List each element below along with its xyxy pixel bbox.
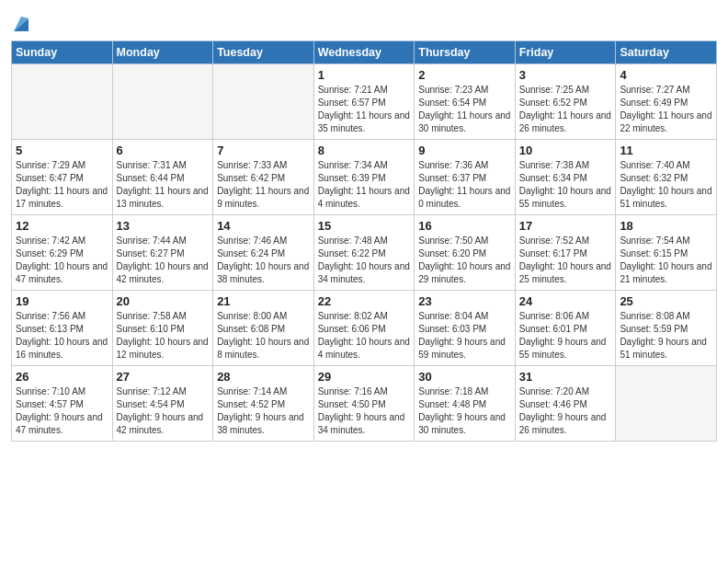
day-info: Sunrise: 7:12 AMSunset: 4:54 PMDaylight:… [117, 385, 210, 437]
day-info: Sunrise: 7:16 AMSunset: 4:50 PMDaylight:… [318, 385, 411, 437]
day-info: Sunrise: 7:20 AMSunset: 4:46 PMDaylight:… [519, 385, 612, 437]
day-number: 6 [117, 144, 210, 157]
day-info: Sunrise: 7:27 AMSunset: 6:49 PMDaylight:… [620, 84, 712, 135]
day-number: 17 [519, 219, 612, 233]
calendar-cell: 30Sunrise: 7:18 AMSunset: 4:48 PMDayligh… [415, 366, 516, 442]
calendar-cell: 2Sunrise: 7:23 AMSunset: 6:54 PMDaylight… [415, 64, 516, 140]
day-info: Sunrise: 7:14 AMSunset: 4:52 PMDaylight:… [217, 385, 310, 437]
day-info: Sunrise: 7:36 AMSunset: 6:37 PMDaylight:… [418, 159, 511, 211]
calendar-header-saturday: Saturday [616, 41, 717, 64]
page-container: SundayMondayTuesdayWednesdayThursdayFrid… [0, 0, 728, 449]
day-number: 3 [519, 68, 612, 82]
calendar-header-tuesday: Tuesday [213, 41, 314, 64]
logo-icon [12, 11, 30, 33]
calendar-header-monday: Monday [112, 41, 213, 64]
day-info: Sunrise: 7:40 AMSunset: 6:32 PMDaylight:… [620, 159, 712, 211]
day-number: 11 [620, 144, 712, 157]
day-info: Sunrise: 8:04 AMSunset: 6:03 PMDaylight:… [418, 310, 511, 362]
calendar-cell: 8Sunrise: 7:34 AMSunset: 6:39 PMDaylight… [313, 140, 415, 215]
day-info: Sunrise: 7:23 AMSunset: 6:54 PMDaylight:… [418, 84, 511, 135]
day-info: Sunrise: 7:46 AMSunset: 6:24 PMDaylight:… [217, 235, 310, 286]
calendar-cell: 23Sunrise: 8:04 AMSunset: 6:03 PMDayligh… [415, 291, 516, 366]
calendar-cell: 25Sunrise: 8:08 AMSunset: 5:59 PMDayligh… [616, 291, 717, 366]
calendar-cell: 24Sunrise: 8:06 AMSunset: 6:01 PMDayligh… [515, 291, 616, 366]
calendar-header-friday: Friday [515, 41, 616, 64]
day-number: 1 [318, 68, 411, 82]
day-info: Sunrise: 7:29 AMSunset: 6:47 PMDaylight:… [16, 159, 108, 211]
day-info: Sunrise: 8:02 AMSunset: 6:06 PMDaylight:… [318, 310, 411, 362]
day-number: 18 [620, 219, 712, 233]
calendar-header-wednesday: Wednesday [313, 41, 415, 64]
calendar-cell [112, 64, 213, 140]
calendar-cell [616, 366, 717, 442]
day-number: 9 [418, 144, 511, 157]
day-number: 29 [318, 370, 411, 384]
calendar-cell: 26Sunrise: 7:10 AMSunset: 4:57 PMDayligh… [12, 366, 113, 442]
calendar-week-row: 5Sunrise: 7:29 AMSunset: 6:47 PMDaylight… [12, 140, 717, 215]
logo [11, 13, 30, 33]
day-number: 31 [519, 370, 612, 384]
day-info: Sunrise: 8:00 AMSunset: 6:08 PMDaylight:… [217, 310, 310, 362]
calendar-cell: 18Sunrise: 7:54 AMSunset: 6:15 PMDayligh… [616, 215, 717, 291]
day-number: 13 [117, 219, 210, 233]
day-info: Sunrise: 7:33 AMSunset: 6:42 PMDaylight:… [217, 159, 310, 211]
day-info: Sunrise: 7:48 AMSunset: 6:22 PMDaylight:… [318, 235, 411, 286]
day-info: Sunrise: 7:52 AMSunset: 6:17 PMDaylight:… [519, 235, 612, 286]
calendar-cell: 6Sunrise: 7:31 AMSunset: 6:44 PMDaylight… [112, 140, 213, 215]
calendar-cell: 29Sunrise: 7:16 AMSunset: 4:50 PMDayligh… [313, 366, 415, 442]
day-info: Sunrise: 8:06 AMSunset: 6:01 PMDaylight:… [519, 310, 612, 362]
header [11, 9, 717, 33]
day-info: Sunrise: 7:10 AMSunset: 4:57 PMDaylight:… [16, 385, 108, 437]
day-number: 12 [16, 219, 108, 233]
day-number: 27 [117, 370, 210, 384]
day-number: 14 [217, 219, 310, 233]
day-info: Sunrise: 7:56 AMSunset: 6:13 PMDaylight:… [16, 310, 108, 362]
calendar-cell: 15Sunrise: 7:48 AMSunset: 6:22 PMDayligh… [313, 215, 415, 291]
calendar-cell: 3Sunrise: 7:25 AMSunset: 6:52 PMDaylight… [515, 64, 616, 140]
day-info: Sunrise: 7:54 AMSunset: 6:15 PMDaylight:… [620, 235, 712, 286]
day-info: Sunrise: 7:25 AMSunset: 6:52 PMDaylight:… [519, 84, 612, 135]
day-info: Sunrise: 7:31 AMSunset: 6:44 PMDaylight:… [117, 159, 210, 211]
calendar-header-thursday: Thursday [415, 41, 516, 64]
day-number: 2 [418, 68, 511, 82]
calendar-cell: 28Sunrise: 7:14 AMSunset: 4:52 PMDayligh… [213, 366, 314, 442]
calendar-cell: 11Sunrise: 7:40 AMSunset: 6:32 PMDayligh… [616, 140, 717, 215]
calendar-cell: 17Sunrise: 7:52 AMSunset: 6:17 PMDayligh… [515, 215, 616, 291]
day-info: Sunrise: 8:08 AMSunset: 5:59 PMDaylight:… [620, 310, 712, 362]
calendar-week-row: 1Sunrise: 7:21 AMSunset: 6:57 PMDaylight… [12, 64, 717, 140]
day-number: 8 [318, 144, 411, 157]
calendar-cell: 19Sunrise: 7:56 AMSunset: 6:13 PMDayligh… [12, 291, 113, 366]
day-number: 23 [418, 294, 511, 308]
day-info: Sunrise: 7:50 AMSunset: 6:20 PMDaylight:… [418, 235, 511, 286]
day-number: 30 [418, 370, 511, 384]
calendar-header-row: SundayMondayTuesdayWednesdayThursdayFrid… [12, 41, 717, 64]
day-info: Sunrise: 7:44 AMSunset: 6:27 PMDaylight:… [117, 235, 210, 286]
day-number: 26 [16, 370, 108, 384]
day-number: 15 [318, 219, 411, 233]
day-number: 7 [217, 144, 310, 157]
calendar-cell: 9Sunrise: 7:36 AMSunset: 6:37 PMDaylight… [415, 140, 516, 215]
calendar-cell: 12Sunrise: 7:42 AMSunset: 6:29 PMDayligh… [12, 215, 113, 291]
calendar-week-row: 26Sunrise: 7:10 AMSunset: 4:57 PMDayligh… [12, 366, 717, 442]
calendar-table: SundayMondayTuesdayWednesdayThursdayFrid… [11, 40, 717, 442]
calendar-cell: 5Sunrise: 7:29 AMSunset: 6:47 PMDaylight… [12, 140, 113, 215]
day-number: 16 [418, 219, 511, 233]
day-number: 24 [519, 294, 612, 308]
day-number: 4 [620, 68, 712, 82]
day-info: Sunrise: 7:34 AMSunset: 6:39 PMDaylight:… [318, 159, 411, 211]
day-info: Sunrise: 7:42 AMSunset: 6:29 PMDaylight:… [16, 235, 108, 286]
day-number: 21 [217, 294, 310, 308]
day-number: 19 [16, 294, 108, 308]
calendar-cell [12, 64, 113, 140]
day-number: 28 [217, 370, 310, 384]
calendar-cell: 27Sunrise: 7:12 AMSunset: 4:54 PMDayligh… [112, 366, 213, 442]
calendar-week-row: 19Sunrise: 7:56 AMSunset: 6:13 PMDayligh… [12, 291, 717, 366]
day-number: 22 [318, 294, 411, 308]
day-info: Sunrise: 7:18 AMSunset: 4:48 PMDaylight:… [418, 385, 511, 437]
calendar-cell: 1Sunrise: 7:21 AMSunset: 6:57 PMDaylight… [313, 64, 415, 140]
calendar-cell: 16Sunrise: 7:50 AMSunset: 6:20 PMDayligh… [415, 215, 516, 291]
calendar-cell: 10Sunrise: 7:38 AMSunset: 6:34 PMDayligh… [515, 140, 616, 215]
calendar-cell: 14Sunrise: 7:46 AMSunset: 6:24 PMDayligh… [213, 215, 314, 291]
calendar-cell: 7Sunrise: 7:33 AMSunset: 6:42 PMDaylight… [213, 140, 314, 215]
calendar-cell: 4Sunrise: 7:27 AMSunset: 6:49 PMDaylight… [616, 64, 717, 140]
